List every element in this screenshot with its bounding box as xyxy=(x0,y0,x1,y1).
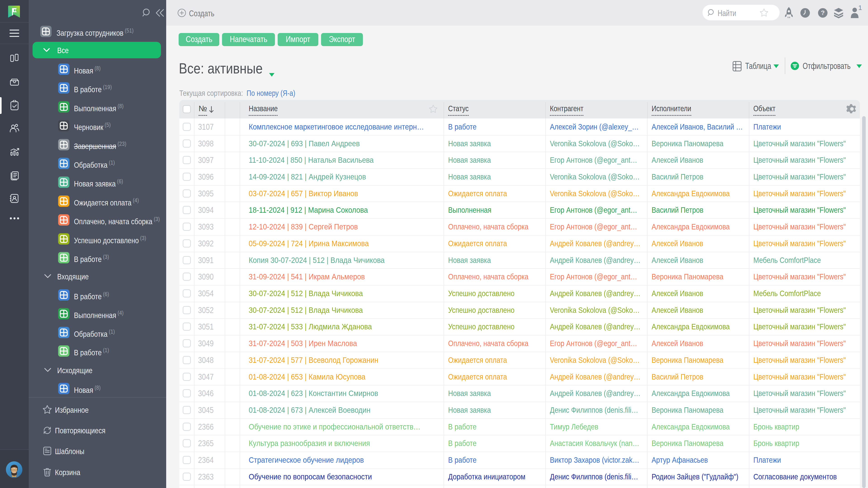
svg-text:?: ? xyxy=(821,9,825,16)
